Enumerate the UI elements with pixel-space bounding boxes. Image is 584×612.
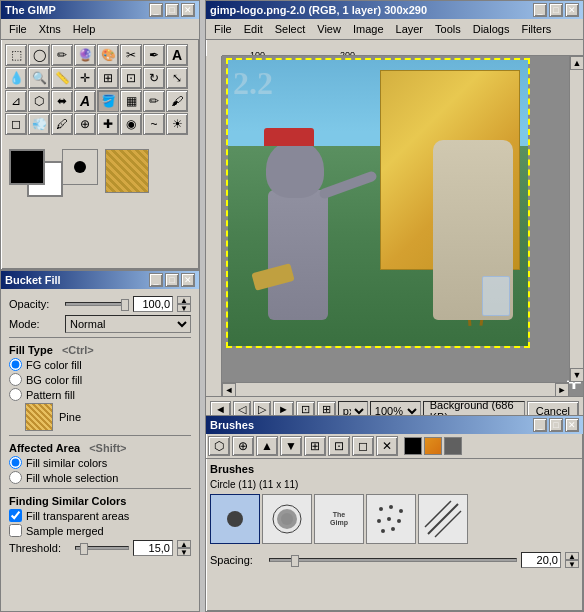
ellipse-select-tool[interactable]: ◯ <box>28 44 50 66</box>
heal-tool[interactable]: ✚ <box>97 113 119 135</box>
scroll-track-h[interactable] <box>236 383 555 396</box>
pattern-swatch[interactable] <box>25 403 53 431</box>
canvas-filters-menu[interactable]: Filters <box>515 21 557 37</box>
text-tool[interactable]: A <box>166 44 188 66</box>
color-picker-tool[interactable]: 💧 <box>5 67 27 89</box>
layers-tool-2[interactable]: ⊕ <box>232 436 254 456</box>
threshold-down[interactable]: ▼ <box>177 548 191 556</box>
spacing-down[interactable]: ▼ <box>565 560 579 568</box>
text-tool-2[interactable]: A <box>74 90 96 112</box>
bg-color-radio[interactable] <box>9 373 22 386</box>
scroll-right-button[interactable]: ► <box>555 383 569 396</box>
paths-tool[interactable]: ✒ <box>143 44 165 66</box>
brush-cell-3[interactable]: TheGimp <box>314 494 364 544</box>
measure-tool[interactable]: 📏 <box>51 67 73 89</box>
foreground-color[interactable] <box>9 149 45 185</box>
scroll-up-button[interactable]: ▲ <box>570 56 583 70</box>
move-tool[interactable]: ✛ <box>74 67 96 89</box>
canvas-close-button[interactable]: ✕ <box>565 3 579 17</box>
dodge-burn-tool[interactable]: ☀ <box>166 113 188 135</box>
perspective-tool[interactable]: ⬡ <box>28 90 50 112</box>
threshold-value[interactable] <box>133 540 173 556</box>
scroll-track-v[interactable] <box>570 70 583 368</box>
opacity-slider[interactable] <box>65 302 129 306</box>
fill-whole-radio[interactable] <box>9 471 22 484</box>
rect-select-tool[interactable]: ⬚ <box>5 44 27 66</box>
layers-tool-1[interactable]: ⬡ <box>208 436 230 456</box>
canvas-dialogs-menu[interactable]: Dialogs <box>467 21 516 37</box>
scrollbar-vertical[interactable]: ▲ ▼ <box>569 56 583 382</box>
fg-color-radio[interactable] <box>9 358 22 371</box>
canvas-view-menu[interactable]: View <box>311 21 347 37</box>
minimize-button[interactable]: _ <box>149 3 163 17</box>
canvas-image-menu[interactable]: Image <box>347 21 390 37</box>
sample-merged-checkbox[interactable] <box>9 524 22 537</box>
brush-cell-1[interactable] <box>210 494 260 544</box>
free-select-tool[interactable]: ✏ <box>51 44 73 66</box>
smudge-tool[interactable]: ~ <box>143 113 165 135</box>
layers-close-button[interactable]: ✕ <box>565 418 579 432</box>
flip-tool[interactable]: ⬌ <box>51 90 73 112</box>
pattern-radio[interactable] <box>9 388 22 401</box>
crop-tool[interactable]: ⊡ <box>120 67 142 89</box>
maximize-button[interactable]: □ <box>165 3 179 17</box>
bucket-fill-tool[interactable]: 🪣 <box>97 90 119 112</box>
opacity-down[interactable]: ▼ <box>177 304 191 312</box>
scroll-down-button[interactable]: ▼ <box>570 368 583 382</box>
layers-maximize-button[interactable]: □ <box>549 418 563 432</box>
airbrush-tool[interactable]: 💨 <box>28 113 50 135</box>
canvas-viewport[interactable]: 2.2 ✛ ▲ ▼ ◄ ► <box>222 56 583 396</box>
color-chip-orange[interactable] <box>424 437 442 455</box>
fuzzy-select-tool[interactable]: 🔮 <box>74 44 96 66</box>
brush-preview[interactable] <box>62 149 98 185</box>
color-chip-gray[interactable] <box>444 437 462 455</box>
help-menu[interactable]: Help <box>67 21 102 37</box>
paintbrush-tool[interactable]: 🖌 <box>166 90 188 112</box>
layers-minimize-button[interactable]: _ <box>533 418 547 432</box>
layers-tool-4[interactable]: ▼ <box>280 436 302 456</box>
magnify-tool[interactable]: 🔍 <box>28 67 50 89</box>
canvas-minimize-button[interactable]: _ <box>533 3 547 17</box>
layers-tool-7[interactable]: ◻ <box>352 436 374 456</box>
brush-cell-5[interactable] <box>418 494 468 544</box>
blend-tool[interactable]: ▦ <box>120 90 142 112</box>
bucket-close-button[interactable]: ✕ <box>181 273 195 287</box>
canvas-file-menu[interactable]: File <box>208 21 238 37</box>
align-tool[interactable]: ⊞ <box>97 67 119 89</box>
spacing-value[interactable] <box>521 552 561 568</box>
eraser-tool[interactable]: ◻ <box>5 113 27 135</box>
xtns-menu[interactable]: Xtns <box>33 21 67 37</box>
threshold-slider[interactable] <box>75 546 129 550</box>
layers-tool-3[interactable]: ▲ <box>256 436 278 456</box>
brush-cell-2[interactable] <box>262 494 312 544</box>
scrollbar-horizontal[interactable]: ◄ ► <box>222 382 569 396</box>
opacity-value[interactable]: 100,0 <box>133 296 173 312</box>
mode-select[interactable]: Normal <box>65 315 191 333</box>
scroll-left-button[interactable]: ◄ <box>222 383 236 396</box>
transparent-checkbox[interactable] <box>9 509 22 522</box>
rotate-tool[interactable]: ↻ <box>143 67 165 89</box>
spacing-slider[interactable] <box>269 558 517 562</box>
close-button[interactable]: ✕ <box>181 3 195 17</box>
convolve-tool[interactable]: ◉ <box>120 113 142 135</box>
color-chip-black[interactable] <box>404 437 422 455</box>
pattern-preview[interactable] <box>105 149 149 193</box>
layers-tool-6[interactable]: ⊡ <box>328 436 350 456</box>
canvas-maximize-button[interactable]: □ <box>549 3 563 17</box>
clone-tool[interactable]: ⊕ <box>74 113 96 135</box>
layers-tool-8[interactable]: ✕ <box>376 436 398 456</box>
canvas-layer-menu[interactable]: Layer <box>390 21 430 37</box>
shear-tool[interactable]: ⊿ <box>5 90 27 112</box>
bucket-maximize-button[interactable]: □ <box>165 273 179 287</box>
file-menu[interactable]: File <box>3 21 33 37</box>
brush-cell-4[interactable] <box>366 494 416 544</box>
scale-tool[interactable]: ⤡ <box>166 67 188 89</box>
ink-tool[interactable]: 🖊 <box>51 113 73 135</box>
select-by-color-tool[interactable]: 🎨 <box>97 44 119 66</box>
canvas-select-menu[interactable]: Select <box>269 21 312 37</box>
canvas-tools-menu[interactable]: Tools <box>429 21 467 37</box>
fill-similar-radio[interactable] <box>9 456 22 469</box>
canvas-edit-menu[interactable]: Edit <box>238 21 269 37</box>
layers-tool-5[interactable]: ⊞ <box>304 436 326 456</box>
pencil-tool[interactable]: ✏ <box>143 90 165 112</box>
